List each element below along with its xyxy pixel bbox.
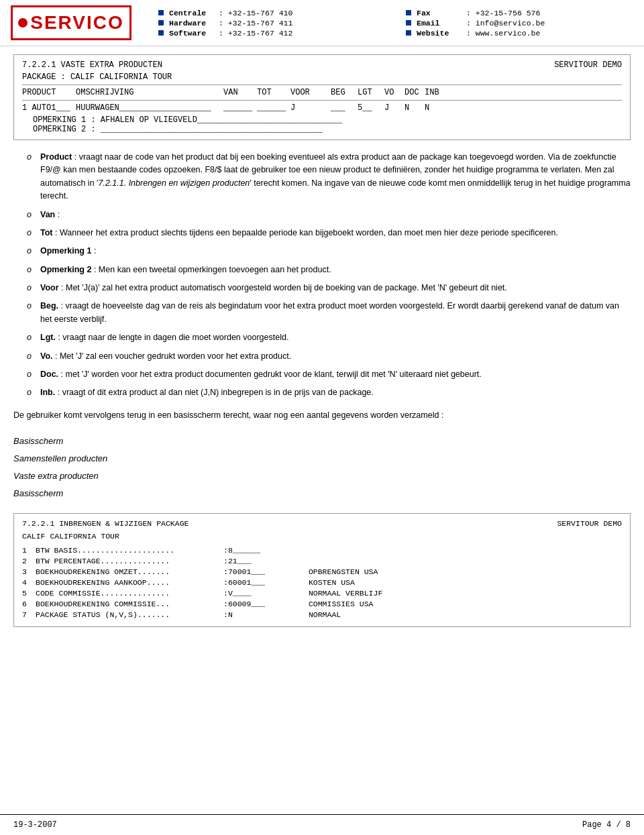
opmerking2-row: OPMERKING 2 : __________________________… [22,125,622,134]
contact-software: Software : +32-15-767 412 [158,29,386,38]
bullet-vo: o Vo. : Met 'J' zal een voucher gedrukt … [13,350,631,363]
page-header: SERVICO Centrale : +32-15-767 410 Fax : … [0,0,644,46]
bottom-subtitle: CALIF CALIFORNIA TOUR [22,532,622,541]
doc-label: Doc. [40,370,58,379]
col-omschrijving-header: OMSCHRIJVING [76,88,223,97]
bullet-lgt: o Lgt. : vraagt naar de lengte in dagen … [13,331,631,344]
bullet-icon [158,10,164,15]
bullet-tot: o Tot : Wanneer het extra product slecht… [13,227,631,239]
bullet-icon [406,10,411,15]
opmerking1-label: Opmerking 1 [40,246,91,256]
row-colon: : [223,578,228,587]
row-label: BOEKHOUDREKENING OMZET....... [36,567,223,576]
email-label: Email [417,19,464,27]
bullet-o-2: o [27,209,35,221]
bullet-o-11: o [27,386,35,399]
nav-link-3: Vaste extra producten [13,467,631,485]
row-colon: : [223,546,228,555]
col-doc-header: DOC [405,88,425,97]
row-colon: : [223,610,228,619]
opmerking1-row: OPMERKING 1 : AFHALEN OP VLIEGVELD______… [22,115,622,125]
package-subtitle: PACKAGE : CALIF CALIFORNIA TOUR [22,72,622,82]
bullet-van-text: Van : [40,209,631,221]
row-extra: COMMISSIES USA [309,600,622,608]
italic-section-ref: 7.2.1.1. Inbrengen en wijzigen producten [98,178,250,188]
bullet-o-10: o [27,368,35,381]
bullet-van: o Van : [13,209,631,221]
row-value: 60001___ [228,578,309,587]
package-title-right: SERVITOUR DEMO [554,60,622,70]
bullet-lgt-text: Lgt. : vraagt naar de lengte in dagen di… [40,331,631,344]
data-tot: ______ [257,103,290,113]
row-label: PACKAGE STATUS (N,V,S)....... [36,610,223,619]
main-content: 7.2.2.1 VASTE EXTRA PRODUCTEN SERVITOUR … [0,46,644,635]
voor-label: Voor [40,283,59,292]
table-row: 6 BOEKHOUDREKENING COMMISSIE... : 60009_… [22,600,622,608]
row-label: BOEKHOUDREKENING AANKOOP..... [36,578,223,587]
software-label: Software [169,29,216,38]
col-van-header: VAN [223,88,257,97]
tot-label: Tot [40,228,53,237]
bottom-title-left: 7.2.2.1 INBRENGEN & WIJZIGEN PACKAGE [22,519,189,528]
contact-fax: Fax : +32-15-756 576 [406,9,633,17]
row-value: 8______ [228,546,309,555]
van-label: Van [40,210,55,219]
col-vo-header: VO [384,88,405,97]
col-product-header: PRODUCT [22,88,76,97]
transition-text: De gebruiker komt vervolgens terug in ee… [13,409,631,422]
software-value: : +32-15-767 412 [219,29,292,38]
row-colon: : [223,589,228,598]
bullet-o-9: o [27,350,35,363]
col-voor-header: VOOR [290,88,331,97]
row-num: 4 [22,578,36,587]
bullet-icon [158,30,164,36]
logo-box: SERVICO [11,5,131,40]
centrale-label: Centrale [169,9,216,17]
bullet-voor: o Voor : Met 'J(a)' zal het extra produc… [13,282,631,294]
bullet-inb-text: Inb. : vraagt of dit extra product al da… [40,386,631,399]
row-extra [309,557,622,565]
row-num: 5 [22,589,36,598]
table-row: 5 CODE COMMISSIE............... : V____ … [22,589,622,598]
row-label: BTW PERCENTAGE............... [36,557,223,565]
row-value: 70001___ [228,567,309,576]
bullet-voor-text: Voor : Met 'J(a)' zal het extra product … [40,282,631,294]
product-label: Product [40,152,72,162]
data-inb: N [425,103,445,113]
package-title-left: 7.2.2.1 VASTE EXTRA PRODUCTEN [22,60,162,70]
footer-date: 19-3-2007 [13,820,57,830]
row-label: BTW BASIS..................... [36,546,223,555]
package-data-row: 1 AUTO1___ HUURWAGEN___________________ … [22,103,622,113]
bullet-o-8: o [27,331,35,344]
row-colon: : [223,600,228,608]
centrale-value: : +32-15-767 410 [219,9,292,17]
row-extra: KOSTEN USA [309,578,622,587]
lgt-label: Lgt. [40,333,56,342]
row-num: 2 [22,557,36,565]
row-value: 21___ [228,557,309,565]
col-beg-header: BEG [331,88,358,97]
col-tot-header: TOT [257,88,290,97]
package-divider [22,85,622,85]
fax-value: : +32-15-756 576 [466,9,540,17]
row-label: BOEKHOUDREKENING COMMISSIE... [36,600,223,608]
page-footer: 19-3-2007 Page 4 / 8 [0,814,644,835]
nav-link-4: Basisscherm [13,485,631,502]
contact-info: Centrale : +32-15-767 410 Fax : +32-15-7… [145,9,633,38]
data-num-code: 1 AUTO1___ [22,103,76,113]
table-row: 3 BOEKHOUDREKENING OMZET....... : 70001_… [22,567,622,576]
row-extra: NORMAAL [309,610,622,619]
contact-website: Website : www.servico.be [406,29,633,38]
data-lgt: 5__ [358,103,384,113]
bullet-vo-text: Vo. : Met 'J' zal een voucher gedrukt wo… [40,350,631,363]
data-voor: J [290,103,331,113]
logo-area: SERVICO [11,5,145,40]
row-value: N [228,610,309,619]
row-extra [309,546,622,555]
bullet-o-1: o [27,151,35,203]
row-num: 7 [22,610,36,619]
bottom-rows: 1 BTW BASIS..................... : 8____… [22,546,622,619]
opmerking1-text: OPMERKING 1 : AFHALEN OP VLIEGVELD______… [33,115,342,125]
row-colon: : [223,567,228,576]
data-van: ______ [223,103,257,113]
